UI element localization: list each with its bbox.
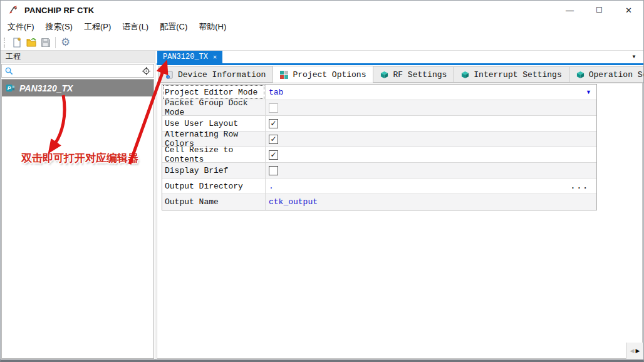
table-row-output-name: Output Namectk_output	[162, 194, 596, 210]
close-button[interactable]: ✕	[614, 1, 643, 19]
subtab-project-options[interactable]: Project Options	[273, 66, 373, 83]
app-window: PANCHIP RF CTK — ☐ ✕ 文件(F)搜索(S)工程(P)语言(L…	[0, 0, 644, 362]
value-text[interactable]: ctk_output	[269, 197, 318, 207]
row-value[interactable]: ctk_output	[265, 194, 596, 210]
app-icon	[8, 5, 19, 16]
toolbar-grip[interactable]	[4, 38, 6, 48]
search-icon	[4, 66, 14, 76]
menu-item-search[interactable]: 搜索(S)	[40, 20, 78, 34]
new-project-button[interactable]	[9, 36, 24, 49]
checkbox-use-user-layout[interactable]: ✓	[269, 119, 278, 128]
subtab-device-information[interactable]: iDevice Information	[158, 66, 273, 83]
row-label: Project Editor Mode	[162, 85, 265, 100]
scroll-right-icon[interactable]: ▶	[636, 348, 640, 354]
menu-item-language[interactable]: 语言(L)	[117, 20, 154, 34]
menu-item-file[interactable]: 文件(F)	[2, 20, 40, 34]
cube-icon	[380, 71, 388, 79]
locate-icon[interactable]	[142, 66, 151, 76]
options-table: Project Editor Modetab▼Packet Group Dock…	[162, 84, 597, 210]
checkbox-display-brief[interactable]	[269, 166, 278, 175]
tab-content: Project Editor Modetab▼Packet Group Dock…	[157, 83, 643, 359]
minimize-button[interactable]: —	[555, 1, 584, 19]
settings-button[interactable]: ⚙	[58, 36, 73, 49]
row-value[interactable]: tab▼	[265, 85, 596, 100]
row-label: Use User Layout	[162, 116, 265, 131]
maximize-button[interactable]: ☐	[584, 1, 614, 19]
subtab-interrupt-settings[interactable]: Interrupt Settings	[454, 66, 569, 83]
window-title: PANCHIP RF CTK	[24, 6, 94, 15]
row-label: Output Directory	[162, 178, 265, 194]
document-tab-bar: PAN3120_TX ✕ ▼	[157, 51, 643, 63]
settings-tab-bar: iDevice InformationProject OptionsRF Set…	[157, 65, 643, 83]
save-project-button[interactable]	[38, 36, 53, 49]
doc-tab-label: PAN3120_TX	[163, 53, 208, 61]
checkbox-alternating-row-colors[interactable]: ✓	[269, 135, 278, 144]
project-panel: 工程 P	[1, 51, 155, 359]
search-input[interactable]	[14, 66, 142, 75]
info-doc-icon: i	[165, 71, 174, 79]
row-value[interactable]: ✓	[265, 116, 596, 131]
new-file-icon	[11, 37, 23, 48]
subtab-label: Operation Settings	[589, 70, 643, 80]
project-icon: P	[6, 83, 15, 93]
svg-text:P: P	[8, 85, 11, 91]
row-label: Cell Resize to Contents	[162, 147, 265, 162]
table-row-display-brief: Display Brief	[162, 163, 596, 178]
row-label: Packet Group Dock Mode	[162, 100, 265, 115]
tree-item-label: PAN3120_TX	[19, 83, 73, 93]
scroll-left-icon[interactable]: ◀	[630, 348, 635, 354]
annotation-callout: 双击即可打开对应编辑器	[21, 151, 138, 165]
menu-item-project[interactable]: 工程(P)	[78, 20, 117, 34]
tab-pan3120-tx[interactable]: PAN3120_TX ✕	[157, 51, 222, 63]
value-text[interactable]: .	[269, 182, 274, 191]
tab-close-icon[interactable]: ✕	[213, 54, 217, 61]
row-value[interactable]: ✓	[265, 132, 596, 147]
row-value[interactable]: ✓	[265, 147, 596, 162]
subtab-operation-settings[interactable]: Operation Settings	[569, 66, 643, 83]
dropdown-arrow-icon[interactable]: ▼	[586, 89, 591, 95]
row-value[interactable]	[265, 100, 596, 115]
cube-icon	[461, 71, 469, 79]
title-bar: PANCHIP RF CTK — ☐ ✕	[1, 1, 643, 19]
row-label: Alternating Row Colors	[162, 132, 265, 147]
subtab-label: RF Settings	[393, 70, 447, 80]
project-tree: P PAN3120_TX	[1, 79, 154, 359]
panel-header: 工程	[1, 51, 155, 63]
open-folder-icon	[26, 37, 37, 48]
row-value[interactable]	[265, 163, 596, 178]
value-text[interactable]: tab	[269, 88, 283, 97]
tree-item-pan3120-tx[interactable]: P PAN3120_TX	[2, 80, 153, 96]
table-row-packet-group-dock-mode: Packet Group Dock Mode	[162, 100, 596, 116]
search-bar	[1, 64, 154, 78]
checkbox-cell-resize-to-contents[interactable]: ✓	[269, 150, 278, 160]
subtab-label: Project Options	[293, 70, 366, 80]
subtab-rf-settings[interactable]: RF Settings	[373, 66, 454, 83]
cube-icon	[576, 71, 584, 79]
table-row-output-directory: Output Directory....	[162, 178, 596, 194]
toolbar-separator	[55, 37, 56, 48]
checkbox-packet-group-dock-mode	[269, 103, 278, 113]
toolbar: ⚙	[1, 34, 643, 51]
menu-item-help[interactable]: 帮助(H)	[193, 20, 232, 34]
table-row-cell-resize-to-contents: Cell Resize to Contents✓	[162, 147, 596, 163]
open-project-button[interactable]	[24, 36, 38, 49]
options-grid-icon	[280, 71, 288, 79]
subtab-label: Interrupt Settings	[474, 70, 561, 80]
window-controls: — ☐ ✕	[555, 1, 643, 19]
tab-scroll-buttons: ◀ ▶	[626, 343, 643, 359]
menu-item-config[interactable]: 配置(C)	[154, 20, 193, 34]
browse-button[interactable]: ...	[571, 182, 589, 191]
save-icon	[40, 37, 51, 48]
row-value[interactable]: ....	[265, 178, 596, 194]
row-label: Display Brief	[162, 163, 265, 178]
tab-list-caret-icon[interactable]: ▼	[631, 54, 636, 59]
subtab-label: Device Information	[178, 70, 266, 80]
editor-area: PAN3120_TX ✕ ▼ iDevice InformationProjec…	[157, 51, 643, 359]
gear-icon: ⚙	[61, 37, 70, 48]
menu-bar: 文件(F)搜索(S)工程(P)语言(L)配置(C)帮助(H)	[1, 19, 643, 34]
row-label: Output Name	[162, 194, 265, 210]
